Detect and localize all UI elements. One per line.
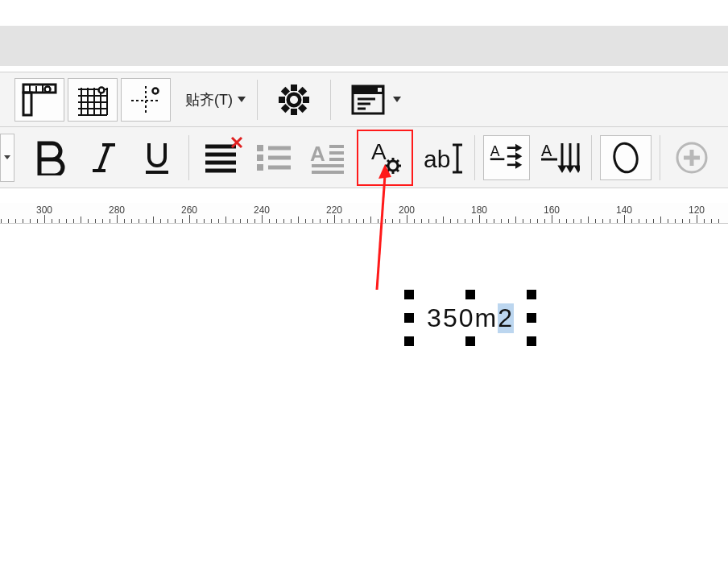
svg-point-60	[388, 161, 398, 171]
ruler-label: 220	[326, 204, 342, 216]
snap-to-dropdown[interactable]: 贴齐(T)	[185, 90, 246, 109]
drawing-canvas[interactable]: 350m2	[0, 224, 728, 569]
caret-down-icon	[4, 155, 10, 159]
svg-rect-48	[257, 155, 263, 161]
ruler-label: 200	[399, 204, 415, 216]
opentype-o-icon	[608, 140, 643, 175]
svg-rect-1	[23, 93, 31, 115]
plus-circle-icon	[674, 140, 709, 175]
text-alignment-button[interactable]	[197, 135, 244, 180]
close-x-icon	[230, 136, 243, 149]
underline-button[interactable]	[134, 135, 180, 180]
resize-handle[interactable]	[404, 290, 414, 299]
horizontal-ruler[interactable]: 300280260240220200180160140120	[0, 203, 728, 224]
window-icon	[351, 85, 385, 115]
interactive-opentype-button[interactable]	[600, 135, 651, 180]
bold-icon	[35, 140, 67, 175]
toolbar-separator	[660, 135, 660, 180]
bold-button[interactable]	[27, 135, 74, 180]
ruler-label: 120	[689, 204, 705, 216]
svg-rect-23	[291, 109, 297, 115]
svg-rect-33	[378, 88, 382, 92]
svg-text:A: A	[541, 142, 552, 159]
ruler-label: 140	[616, 204, 632, 216]
svg-text:A: A	[490, 143, 500, 159]
vertical-text-icon: A	[540, 140, 580, 175]
resize-handle[interactable]	[404, 336, 414, 346]
toolbar-row-2: A A	[0, 126, 728, 188]
show-grid-button[interactable]	[68, 78, 118, 122]
resize-handle[interactable]	[465, 336, 475, 346]
resize-handle[interactable]	[404, 313, 414, 323]
horizontal-text-button[interactable]: A	[483, 135, 530, 180]
text-selected-char: 2	[498, 303, 514, 333]
edit-text-icon: ab	[422, 140, 464, 175]
character-properties-button[interactable]: A	[357, 130, 413, 186]
toolbar-separator	[591, 135, 592, 180]
ruler-label: 260	[181, 204, 197, 216]
svg-line-67	[387, 169, 390, 171]
svg-line-66	[397, 160, 399, 163]
show-guidelines-button[interactable]	[121, 78, 171, 122]
svg-rect-47	[257, 145, 263, 151]
drop-cap-button[interactable]: A	[304, 135, 350, 180]
toolbar-separator	[330, 80, 331, 120]
svg-line-65	[387, 160, 390, 163]
italic-icon	[88, 140, 120, 175]
ruler-label: 300	[36, 204, 52, 216]
svg-point-20	[153, 88, 159, 93]
bullet-list-icon	[255, 142, 292, 174]
gear-icon	[278, 84, 310, 116]
resize-handle[interactable]	[527, 290, 536, 299]
vertical-text-button[interactable]: A	[536, 135, 583, 180]
ruler-label: 180	[471, 204, 487, 216]
text-content: 350m2	[427, 303, 514, 333]
svg-rect-25	[303, 97, 309, 103]
text-part: 350m	[427, 303, 498, 333]
toolbar-separator	[257, 80, 258, 120]
edit-text-button[interactable]: ab	[420, 135, 466, 180]
svg-line-68	[397, 169, 399, 171]
svg-text:A: A	[310, 142, 325, 166]
toolbar-separator	[474, 135, 475, 180]
svg-text:ab: ab	[424, 146, 450, 172]
svg-point-30	[290, 96, 298, 104]
selected-text-object[interactable]: 350m2	[409, 295, 532, 341]
resize-handle[interactable]	[527, 336, 536, 346]
ruler-label: 160	[544, 204, 560, 216]
title-bar	[0, 26, 728, 66]
svg-point-6	[45, 86, 51, 92]
svg-rect-49	[257, 164, 263, 171]
font-list-dropdown-sliver[interactable]	[0, 134, 14, 182]
options-button[interactable]	[271, 78, 317, 122]
resize-handle[interactable]	[527, 313, 536, 323]
italic-button[interactable]	[81, 135, 127, 180]
char-props-icon: A	[365, 138, 405, 177]
toolbar-separator	[188, 135, 189, 180]
dockers-dropdown[interactable]	[344, 78, 408, 122]
horizontal-text-icon: A	[489, 140, 524, 175]
caret-down-icon	[393, 97, 401, 102]
resize-handle[interactable]	[465, 290, 475, 299]
underline-icon	[141, 140, 173, 175]
drop-cap-icon: A	[308, 142, 345, 174]
show-rulers-button[interactable]	[14, 78, 64, 122]
snap-to-label: 贴齐(T)	[185, 90, 233, 109]
toolbar-row-1: 贴齐(T)	[0, 72, 728, 126]
svg-rect-22	[291, 85, 297, 91]
ruler-label: 280	[109, 204, 125, 216]
ruler-label: 240	[254, 204, 270, 216]
svg-text:A: A	[371, 139, 387, 164]
caret-down-icon	[238, 97, 246, 102]
bullet-list-button[interactable]	[250, 135, 297, 180]
add-button[interactable]	[668, 135, 715, 180]
svg-line-39	[99, 145, 109, 171]
svg-point-83	[612, 141, 640, 174]
svg-rect-24	[279, 97, 285, 103]
svg-point-17	[99, 87, 105, 93]
